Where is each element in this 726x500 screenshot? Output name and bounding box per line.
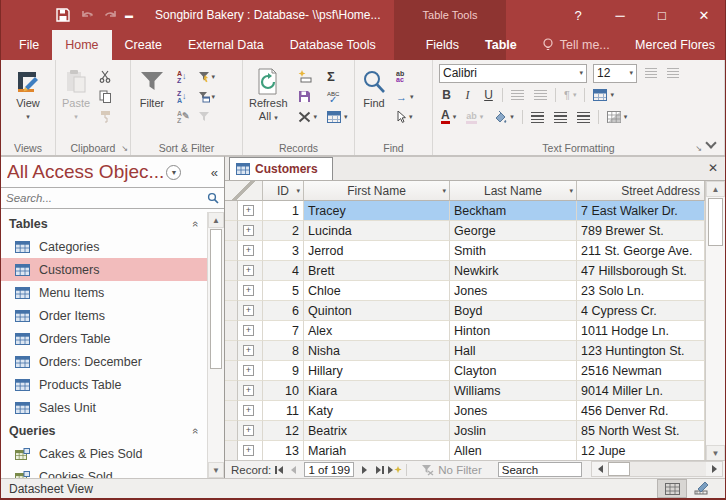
save-icon[interactable] (56, 8, 70, 22)
numbering-icon[interactable] (665, 65, 681, 82)
navigation-search-input[interactable] (6, 192, 207, 204)
first-record-button[interactable] (271, 463, 286, 477)
cell-street-address[interactable]: 23 Solo Ln. (577, 281, 705, 301)
search-icon[interactable] (207, 192, 219, 204)
close-tab-icon[interactable]: ✕ (708, 161, 718, 175)
next-record-button[interactable] (357, 463, 372, 477)
table-row[interactable]: +6QuintonBoyd4 Cypress Cr. (225, 301, 705, 321)
column-header-first-name[interactable]: First Name▾ (304, 181, 450, 201)
cell-id[interactable]: 9 (263, 361, 304, 381)
minimize-button[interactable]: ─ (599, 0, 641, 30)
tab-customers[interactable]: Customers (229, 157, 333, 180)
sidebar-item-categories[interactable]: Categories (1, 235, 207, 258)
cell-id[interactable]: 2 (263, 221, 304, 241)
cell-id[interactable]: 1 (263, 201, 304, 221)
sidebar-item-cakes-pies-sold[interactable]: Cakes & Pies Sold (1, 442, 207, 465)
nav-group-tables[interactable]: Tables« (1, 212, 207, 235)
cut-icon[interactable] (97, 68, 114, 85)
scroll-down-icon[interactable]: ▼ (208, 462, 224, 478)
toggle-filter-icon[interactable] (196, 108, 218, 125)
record-selector[interactable] (225, 301, 238, 321)
cell-last-name[interactable]: Hinton (450, 321, 577, 341)
cell-id[interactable]: 11 (263, 401, 304, 421)
align-center-icon[interactable] (552, 109, 569, 126)
italic-button[interactable]: I (460, 88, 475, 103)
cell-street-address[interactable]: 9014 Miller Ln. (577, 381, 705, 401)
column-header-street-address[interactable]: Street Address (577, 181, 705, 201)
cell-street-address[interactable]: 7 East Walker Dr. (577, 201, 705, 221)
text-direction-icon[interactable]: ¶▾ (562, 87, 578, 104)
bold-button[interactable]: B (439, 88, 454, 102)
paste-button[interactable]: Paste▾ (58, 63, 94, 123)
table-row[interactable]: +10KiaraWilliams9014 Miller Ln. (225, 381, 705, 401)
table-row[interactable]: +8NishaHall123 Huntington St. (225, 341, 705, 361)
cell-id[interactable]: 3 (263, 241, 304, 261)
last-record-button[interactable] (372, 463, 387, 477)
scroll-thumb[interactable] (708, 198, 723, 246)
tab-table[interactable]: Table (472, 30, 530, 60)
expand-plus-icon[interactable]: + (243, 285, 254, 296)
cell-first-name[interactable]: Lucinda (304, 221, 450, 241)
cell-last-name[interactable]: Jones (450, 281, 577, 301)
maximize-button[interactable]: □ (641, 0, 683, 30)
font-color-icon[interactable]: A▾ (439, 109, 458, 126)
table-row[interactable]: +13MariahAllen12 Jupe (225, 441, 705, 461)
sort-descending-icon[interactable]: ZA↓ (175, 88, 192, 105)
cell-street-address[interactable]: 123 Huntington St. (577, 341, 705, 361)
table-row[interactable]: +3JerrodSmith211 St. George Ave. (225, 241, 705, 261)
cell-id[interactable]: 8 (263, 341, 304, 361)
cell-first-name[interactable]: Beatrix (304, 421, 450, 441)
sidebar-item-orders-table[interactable]: Orders Table (1, 327, 207, 350)
scroll-thumb[interactable] (210, 229, 222, 369)
navigation-scrollbar[interactable]: ▲ ▼ (207, 212, 224, 478)
underline-button[interactable]: U (481, 88, 496, 102)
find-button[interactable]: Find (357, 63, 391, 110)
record-selector[interactable] (225, 361, 238, 381)
cell-first-name[interactable]: Katy (304, 401, 450, 421)
group-collapse-icon[interactable]: « (190, 427, 202, 433)
save-record-icon[interactable] (296, 88, 320, 105)
font-family-select[interactable]: Calibri▾ (439, 64, 587, 83)
sidebar-item-cookies-sold[interactable]: Cookies Sold (1, 465, 207, 478)
scroll-left-icon[interactable] (592, 462, 608, 476)
cell-first-name[interactable]: Chloe (304, 281, 450, 301)
design-view-button[interactable] (687, 479, 717, 498)
selection-filter-icon[interactable]: ▾ (196, 68, 218, 85)
expand-plus-icon[interactable]: + (243, 305, 254, 316)
table-row[interactable]: +9HillaryClayton2516 Newman (225, 361, 705, 381)
cell-first-name[interactable]: Tracey (304, 201, 450, 221)
cell-street-address[interactable]: 211 St. George Ave. (577, 241, 705, 261)
record-selector[interactable] (225, 201, 238, 221)
select-all-corner[interactable] (225, 181, 263, 201)
more-records-icon[interactable]: ▾ (325, 108, 350, 125)
tab-create[interactable]: Create (112, 30, 176, 60)
column-dropdown-icon[interactable]: ▾ (569, 187, 573, 195)
bullets-icon[interactable] (643, 65, 659, 82)
cell-street-address[interactable]: 2516 Newman (577, 361, 705, 381)
expand-plus-icon[interactable]: + (243, 245, 254, 256)
table-row[interactable]: +4BrettNewkirk47 Hillsborough St. (225, 261, 705, 281)
sort-ascending-icon[interactable]: AZ↓ (175, 68, 192, 85)
highlight-color-icon[interactable]: ab▾ (464, 109, 485, 126)
record-search-input[interactable] (498, 462, 582, 477)
cell-street-address[interactable]: 47 Hillsborough St. (577, 261, 705, 281)
column-header-last-name[interactable]: Last Name▾ (450, 181, 577, 201)
cell-street-address[interactable]: 4 Cypress Cr. (577, 301, 705, 321)
close-button[interactable]: ✕ (683, 0, 725, 30)
tab-file[interactable]: File (6, 30, 52, 60)
sidebar-item-orders-december[interactable]: Orders: December (1, 350, 207, 373)
expand-plus-icon[interactable]: + (243, 325, 254, 336)
tab-external-data[interactable]: External Data (175, 30, 277, 60)
cell-first-name[interactable]: Hillary (304, 361, 450, 381)
undo-icon[interactable]: ▾ (80, 9, 93, 21)
datasheet-vertical-scrollbar[interactable]: ▲ ▼ (705, 181, 725, 461)
replace-icon[interactable]: abac (394, 68, 416, 85)
shutter-close-icon[interactable]: « (211, 165, 218, 180)
tab-home[interactable]: Home (52, 30, 111, 60)
record-selector[interactable] (225, 381, 238, 401)
sidebar-item-order-items[interactable]: Order Items (1, 304, 207, 327)
expand-plus-icon[interactable]: + (243, 205, 254, 216)
datasheet-view-button[interactable] (657, 479, 687, 498)
table-row[interactable]: +1TraceyBeckham7 East Walker Dr. (225, 201, 705, 221)
advanced-filter-icon[interactable]: ▾ (196, 88, 218, 105)
